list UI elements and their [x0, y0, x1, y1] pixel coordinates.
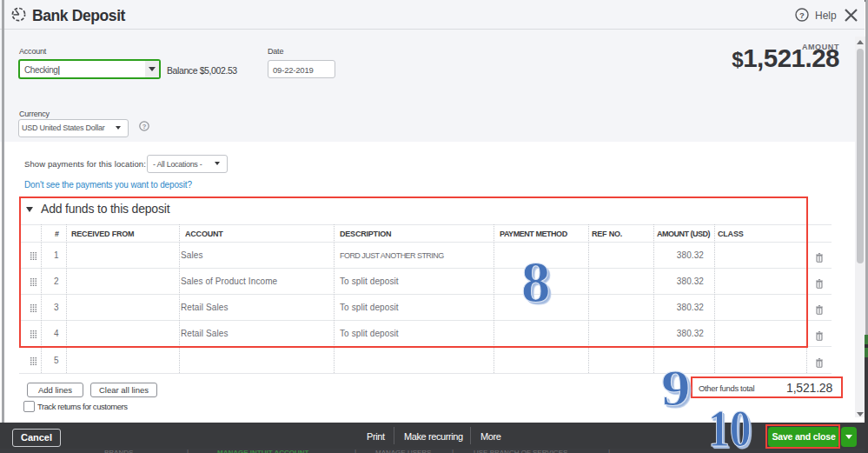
svg-text:?: ? — [142, 123, 146, 130]
svg-text:?: ? — [799, 10, 805, 20]
